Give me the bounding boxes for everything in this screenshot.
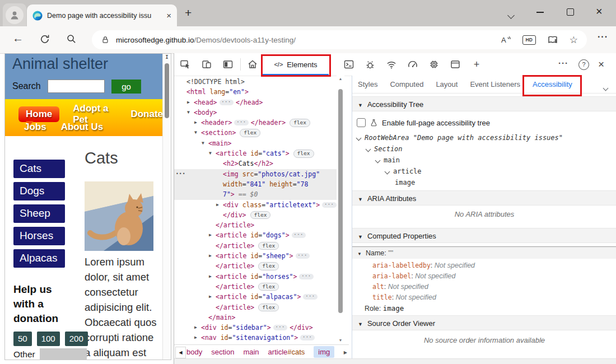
performance-gauge-icon[interactable] [406,58,419,71]
dom-tree-row[interactable]: <h2>Cats</h2> [174,158,344,169]
back-button[interactable]: ← [12,32,24,45]
address-bar[interactable]: microsoftedge.github.io/Demos/devtools-a… [92,30,587,49]
debugger-bug-icon[interactable] [363,58,377,71]
expand-arrow-icon[interactable]: ▶ [209,251,212,261]
devtools-close-icon[interactable]: × [598,58,604,71]
expand-arrow-icon[interactable]: ▼ [187,108,190,118]
scroll-up-icon[interactable]: ▲ [337,77,344,81]
lock-icon[interactable] [101,35,110,44]
expand-arrow-icon[interactable]: ▼ [202,138,204,148]
breadcrumb-forward-icon[interactable]: ▶ [344,350,347,355]
expand-arrow-icon[interactable]: ▶ [187,97,190,108]
console-icon[interactable] [342,58,356,71]
hd-media-icon[interactable]: HD [522,35,536,45]
dom-tree-row[interactable]: ▼<section>flex [174,128,344,138]
flex-badge[interactable]: flex [290,119,310,127]
network-wifi-icon[interactable] [385,58,398,71]
nav-item-home[interactable]: Home [18,106,59,122]
tab-close-icon[interactable]: × [166,11,171,20]
browser-tab[interactable]: Demo page with accessibility issu × [27,4,177,26]
minimize-button[interactable] [536,12,544,13]
expand-dots-icon[interactable]: ··· [273,325,287,330]
maximize-button[interactable] [567,8,574,16]
scroll-down-icon[interactable]: ▼ [337,338,344,342]
tabs-overflow-chevron-icon[interactable] [604,82,608,92]
expand-dots-icon[interactable]: ··· [303,294,317,300]
search-input[interactable] [48,80,105,93]
sidebar-button-alpacas[interactable]: Alpacas [13,249,65,268]
dom-tree-row[interactable]: </div>flex [174,210,344,220]
breadcrumb-item-article[interactable]: article#cats [268,348,305,356]
row-menu-icon[interactable]: ••• [176,169,185,179]
chevron-down-icon[interactable] [375,157,381,163]
nav-item-donate[interactable]: Donate [130,109,163,120]
sidebar-button-cats[interactable]: Cats [13,160,65,178]
breadcrumb-item-img[interactable]: img [314,346,334,358]
breadcrumb-back-icon[interactable]: ◀ [175,347,186,358]
expand-dots-icon[interactable]: ··· [220,100,234,105]
dom-tree-row[interactable]: width="841" height="78 [174,179,344,189]
dom-tree-row[interactable]: </article>flex [174,302,344,312]
checkbox[interactable] [357,118,366,127]
section-computed-properties[interactable]: ▼Computed Properties [352,228,616,243]
inspect-icon[interactable] [179,58,192,71]
page-scrollbar[interactable]: ▲ ▼ [162,54,171,360]
section-aria-attributes[interactable]: ▼ARIA Attributes [352,190,616,206]
window-close-button[interactable]: × [596,5,603,18]
flex-badge[interactable]: flex [258,304,279,312]
a11y-tree-node[interactable]: RootWebArea "Demo page with accessibilit… [357,132,563,143]
tab-event-listeners[interactable]: Event Listeners [470,80,520,88]
a11y-tree-node[interactable]: Section [366,143,403,155]
expand-arrow-icon[interactable]: ▶ [216,200,219,210]
scroll-down-icon[interactable]: ▼ [163,54,171,358]
flex-badge[interactable]: flex [258,262,279,270]
favorites-star-icon[interactable]: ☆ [570,34,578,46]
device-emulation-icon[interactable] [200,58,213,71]
memory-chip-icon[interactable] [427,58,441,71]
new-tab-button[interactable]: + [185,6,192,20]
dom-tree-row[interactable]: </article>flex [174,261,344,271]
tab-search-chevron-icon[interactable] [508,10,514,20]
read-aloud-icon[interactable]: A [500,34,511,45]
dom-tree-row[interactable]: ▶<article id="horses">··· [174,272,344,282]
chevron-down-icon[interactable] [366,146,371,152]
help-icon[interactable]: ? [578,59,589,70]
expand-arrow-icon[interactable]: ▶ [194,333,197,343]
other-amount-input[interactable] [40,348,87,360]
dom-tree-row[interactable]: <!DOCTYPE html> [174,77,344,87]
application-icon[interactable] [449,58,462,71]
dom-tree-row[interactable]: ▶<nav id="sitenavigation">··· [174,333,344,343]
go-button[interactable]: go [111,80,141,94]
breadcrumb-item-main[interactable]: main [243,348,259,356]
expand-dots-icon[interactable]: ··· [234,120,248,125]
refresh-button[interactable] [39,34,50,47]
expand-arrow-icon[interactable]: ▶ [209,292,212,302]
expand-arrow-icon[interactable]: ▶ [194,323,197,333]
enable-fullpage-tree-row[interactable]: Enable full-page accessibility tree [357,116,490,129]
tab-computed[interactable]: Computed [390,80,423,88]
a11y-tree-node[interactable]: main [376,155,400,166]
section-source-order-viewer[interactable]: ▼Source Order Viewer [352,315,616,330]
immersive-reader-icon[interactable] [547,34,558,45]
dom-tree-row[interactable]: ▶<article id="dogs">··· [174,230,344,240]
sidebar-button-horses[interactable]: Horses [13,227,65,245]
nav-item-about-us[interactable]: About Us [61,122,104,133]
dom-tree-row[interactable]: ▶<head>···</head> [174,97,344,108]
tab-accessibility[interactable]: Accessibility [533,80,572,88]
expand-dots-icon[interactable]: ··· [299,274,313,279]
section-accessibility-tree[interactable]: ▼Accessibility Tree [352,96,616,111]
more-tools-add-icon[interactable]: + [470,58,483,71]
expand-dots-icon[interactable]: ··· [296,253,310,259]
a11y-tree-node[interactable]: article [385,166,422,177]
devtools-menu-icon[interactable]: ··· [558,58,568,68]
dom-tree-row[interactable]: <html lang="en"> [174,87,344,97]
expand-dots-icon[interactable]: ··· [322,202,336,208]
dom-scrollbar[interactable]: ▲ ▼ [337,76,344,343]
browser-menu-icon[interactable]: ··· [598,32,608,42]
breadcrumb-item-body[interactable]: body [186,348,202,356]
expand-arrow-icon[interactable]: ▶ [209,230,212,240]
donate-button-50[interactable]: 50 [13,332,32,346]
computed-name-row[interactable]: ▼Name: "" [352,246,616,259]
flex-badge[interactable]: flex [250,211,271,220]
dock-side-icon[interactable] [221,58,235,71]
